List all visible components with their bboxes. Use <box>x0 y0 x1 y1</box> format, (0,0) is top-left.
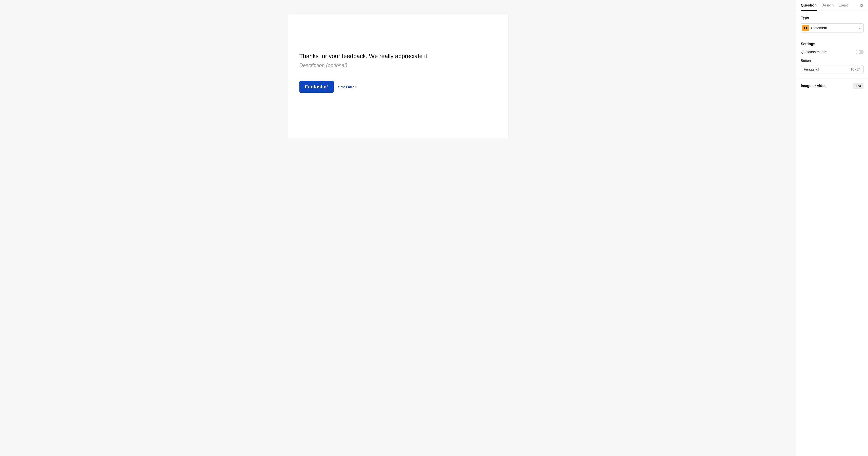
quotation-marks-row: Quotation marks <box>801 50 864 54</box>
type-select[interactable]: Statement <box>801 23 864 33</box>
type-section-title: Type <box>801 16 864 20</box>
quotation-marks-toggle[interactable] <box>856 50 864 54</box>
settings-section-title: Settings <box>801 42 864 46</box>
media-title: Image or video <box>801 84 827 88</box>
question-title[interactable]: Thanks for your feedback. We really appr… <box>300 53 497 60</box>
button-text-field[interactable]: 10 / 24 <box>801 65 864 74</box>
press-enter-hint: press Enter ↵ <box>338 85 358 89</box>
hint-press: press <box>338 85 345 89</box>
tab-design[interactable]: Design <box>822 0 834 11</box>
tab-question[interactable]: Question <box>801 0 817 11</box>
sidebar-tabs: Question Design Logic <box>796 0 868 11</box>
toggle-knob <box>856 50 860 54</box>
chevron-down-icon <box>858 27 861 29</box>
canvas-area: Thanks for your feedback. We really appr… <box>0 0 796 456</box>
button-field-label: Button <box>801 59 864 63</box>
hint-enter: Enter <box>346 85 354 89</box>
question-description-placeholder[interactable]: Description (optional) <box>300 62 497 68</box>
quotation-marks-label: Quotation marks <box>801 50 826 54</box>
type-selected-label: Statement <box>811 26 856 30</box>
quote-icon <box>802 25 809 31</box>
add-media-button[interactable]: Add <box>853 83 864 89</box>
enter-key-icon: ↵ <box>355 85 358 89</box>
button-char-count: 10 / 24 <box>850 68 861 71</box>
media-add-row: Image or video Add <box>801 83 864 89</box>
primary-cta-button[interactable]: Fantastic! <box>300 81 334 93</box>
media-section: Image or video Add <box>796 79 868 93</box>
settings-section: Settings Quotation marks Button 10 / 24 <box>796 37 868 79</box>
question-card: Thanks for your feedback. We really appr… <box>288 14 508 138</box>
card-actions: Fantastic! press Enter ↵ <box>300 81 497 93</box>
type-section: Type Statement <box>796 11 868 37</box>
button-text-input[interactable] <box>804 67 848 72</box>
properties-sidebar: Question Design Logic Type Statement Set… <box>796 0 868 456</box>
tab-logic[interactable]: Logic <box>839 0 848 11</box>
gear-icon[interactable] <box>860 4 864 7</box>
